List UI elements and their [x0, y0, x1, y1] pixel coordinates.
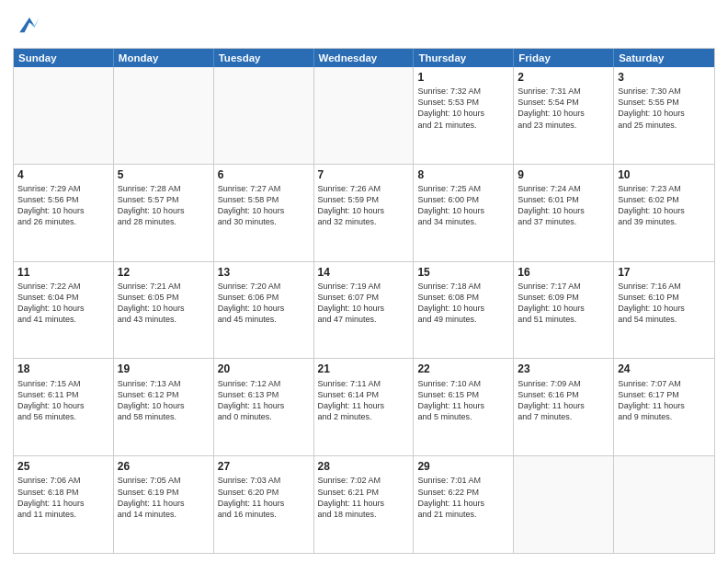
day-cell-empty-4-6 [614, 456, 714, 553]
day-cell-25: 25Sunrise: 7:06 AM Sunset: 6:18 PM Dayli… [14, 456, 114, 553]
day-number: 8 [417, 167, 509, 182]
day-number: 19 [118, 362, 210, 376]
day-cell-empty-0-2 [214, 67, 314, 164]
calendar-header: SundayMondayTuesdayWednesdayThursdayFrid… [14, 49, 714, 67]
day-cell-12: 12Sunrise: 7:21 AM Sunset: 6:05 PM Dayli… [114, 262, 214, 359]
day-number: 11 [17, 265, 109, 280]
day-number: 5 [118, 167, 210, 182]
day-cell-28: 28Sunrise: 7:02 AM Sunset: 6:21 PM Dayli… [314, 456, 415, 553]
day-info: Sunrise: 7:01 AM Sunset: 6:22 PM Dayligh… [417, 475, 509, 520]
day-number: 24 [618, 362, 711, 376]
day-number: 16 [518, 265, 609, 280]
day-cell-empty-0-0 [14, 67, 114, 164]
calendar-row-1: 4Sunrise: 7:29 AM Sunset: 5:56 PM Daylig… [14, 165, 714, 262]
day-info: Sunrise: 7:32 AM Sunset: 5:53 PM Dayligh… [417, 86, 509, 131]
day-number: 28 [318, 459, 410, 474]
day-number: 4 [17, 167, 109, 182]
day-cell-16: 16Sunrise: 7:17 AM Sunset: 6:09 PM Dayli… [514, 262, 614, 359]
day-cell-empty-4-5 [514, 456, 614, 553]
header-cell-wednesday: Wednesday [314, 49, 415, 67]
day-number: 10 [618, 167, 711, 182]
day-cell-15: 15Sunrise: 7:18 AM Sunset: 6:08 PM Dayli… [414, 262, 514, 359]
header-cell-saturday: Saturday [614, 49, 714, 67]
day-number: 18 [17, 362, 109, 376]
day-number: 3 [618, 70, 711, 85]
day-info: Sunrise: 7:15 AM Sunset: 6:11 PM Dayligh… [17, 378, 109, 423]
day-info: Sunrise: 7:26 AM Sunset: 5:59 PM Dayligh… [318, 183, 410, 228]
day-number: 25 [17, 459, 109, 474]
header-cell-friday: Friday [514, 49, 614, 67]
day-number: 17 [618, 265, 711, 280]
day-cell-17: 17Sunrise: 7:16 AM Sunset: 6:10 PM Dayli… [614, 262, 714, 359]
day-info: Sunrise: 7:25 AM Sunset: 6:00 PM Dayligh… [417, 183, 509, 228]
day-cell-29: 29Sunrise: 7:01 AM Sunset: 6:22 PM Dayli… [414, 456, 514, 553]
day-info: Sunrise: 7:11 AM Sunset: 6:14 PM Dayligh… [318, 378, 410, 423]
day-info: Sunrise: 7:02 AM Sunset: 6:21 PM Dayligh… [318, 475, 410, 520]
day-number: 20 [218, 362, 310, 376]
day-number: 15 [417, 265, 509, 280]
day-number: 1 [417, 70, 509, 85]
day-info: Sunrise: 7:23 AM Sunset: 6:02 PM Dayligh… [618, 183, 711, 228]
day-cell-5: 5Sunrise: 7:28 AM Sunset: 5:57 PM Daylig… [114, 165, 214, 261]
day-number: 29 [417, 459, 509, 474]
day-info: Sunrise: 7:22 AM Sunset: 6:04 PM Dayligh… [17, 281, 109, 326]
day-number: 26 [118, 459, 210, 474]
day-number: 2 [518, 70, 609, 85]
header [13, 9, 715, 42]
day-cell-11: 11Sunrise: 7:22 AM Sunset: 6:04 PM Dayli… [14, 262, 114, 359]
calendar-body: 1Sunrise: 7:32 AM Sunset: 5:53 PM Daylig… [14, 67, 714, 553]
day-cell-24: 24Sunrise: 7:07 AM Sunset: 6:17 PM Dayli… [614, 359, 714, 455]
calendar-row-4: 25Sunrise: 7:06 AM Sunset: 6:18 PM Dayli… [14, 456, 714, 553]
header-cell-thursday: Thursday [414, 49, 514, 67]
day-info: Sunrise: 7:07 AM Sunset: 6:17 PM Dayligh… [618, 378, 711, 423]
day-cell-27: 27Sunrise: 7:03 AM Sunset: 6:20 PM Dayli… [214, 456, 314, 553]
day-info: Sunrise: 7:19 AM Sunset: 6:07 PM Dayligh… [318, 281, 410, 326]
day-info: Sunrise: 7:31 AM Sunset: 5:54 PM Dayligh… [518, 86, 609, 131]
day-info: Sunrise: 7:29 AM Sunset: 5:56 PM Dayligh… [17, 183, 109, 228]
day-number: 22 [417, 362, 509, 376]
header-cell-tuesday: Tuesday [214, 49, 314, 67]
day-info: Sunrise: 7:10 AM Sunset: 6:15 PM Dayligh… [417, 378, 509, 423]
day-info: Sunrise: 7:06 AM Sunset: 6:18 PM Dayligh… [17, 475, 109, 520]
day-number: 12 [118, 265, 210, 280]
page: SundayMondayTuesdayWednesdayThursdayFrid… [0, 0, 728, 563]
day-cell-6: 6Sunrise: 7:27 AM Sunset: 5:58 PM Daylig… [214, 165, 314, 261]
calendar: SundayMondayTuesdayWednesdayThursdayFrid… [13, 48, 715, 554]
day-number: 9 [518, 167, 609, 182]
header-cell-monday: Monday [114, 49, 214, 67]
day-number: 27 [218, 459, 310, 474]
day-cell-19: 19Sunrise: 7:13 AM Sunset: 6:12 PM Dayli… [114, 359, 214, 455]
day-number: 6 [218, 167, 310, 182]
day-cell-3: 3Sunrise: 7:30 AM Sunset: 5:55 PM Daylig… [614, 67, 714, 164]
day-cell-7: 7Sunrise: 7:26 AM Sunset: 5:59 PM Daylig… [314, 165, 415, 261]
day-cell-26: 26Sunrise: 7:05 AM Sunset: 6:19 PM Dayli… [114, 456, 214, 553]
day-info: Sunrise: 7:27 AM Sunset: 5:58 PM Dayligh… [218, 183, 310, 228]
day-cell-empty-0-3 [314, 67, 415, 164]
day-info: Sunrise: 7:09 AM Sunset: 6:16 PM Dayligh… [518, 378, 609, 423]
day-info: Sunrise: 7:30 AM Sunset: 5:55 PM Dayligh… [618, 86, 711, 131]
day-cell-empty-0-1 [114, 67, 214, 164]
calendar-row-3: 18Sunrise: 7:15 AM Sunset: 6:11 PM Dayli… [14, 359, 714, 456]
day-info: Sunrise: 7:03 AM Sunset: 6:20 PM Dayligh… [218, 475, 310, 520]
day-number: 7 [318, 167, 410, 182]
logo-icon [13, 9, 46, 42]
day-cell-22: 22Sunrise: 7:10 AM Sunset: 6:15 PM Dayli… [414, 359, 514, 455]
day-number: 23 [518, 362, 609, 376]
day-cell-9: 9Sunrise: 7:24 AM Sunset: 6:01 PM Daylig… [514, 165, 614, 261]
day-cell-10: 10Sunrise: 7:23 AM Sunset: 6:02 PM Dayli… [614, 165, 714, 261]
day-cell-21: 21Sunrise: 7:11 AM Sunset: 6:14 PM Dayli… [314, 359, 415, 455]
day-number: 21 [318, 362, 410, 376]
day-cell-13: 13Sunrise: 7:20 AM Sunset: 6:06 PM Dayli… [214, 262, 314, 359]
day-info: Sunrise: 7:12 AM Sunset: 6:13 PM Dayligh… [218, 378, 310, 423]
day-cell-2: 2Sunrise: 7:31 AM Sunset: 5:54 PM Daylig… [514, 67, 614, 164]
day-cell-4: 4Sunrise: 7:29 AM Sunset: 5:56 PM Daylig… [14, 165, 114, 261]
day-cell-8: 8Sunrise: 7:25 AM Sunset: 6:00 PM Daylig… [414, 165, 514, 261]
day-info: Sunrise: 7:24 AM Sunset: 6:01 PM Dayligh… [518, 183, 609, 228]
header-cell-sunday: Sunday [14, 49, 114, 67]
day-info: Sunrise: 7:20 AM Sunset: 6:06 PM Dayligh… [218, 281, 310, 326]
day-cell-14: 14Sunrise: 7:19 AM Sunset: 6:07 PM Dayli… [314, 262, 415, 359]
calendar-row-2: 11Sunrise: 7:22 AM Sunset: 6:04 PM Dayli… [14, 262, 714, 360]
day-cell-1: 1Sunrise: 7:32 AM Sunset: 5:53 PM Daylig… [414, 67, 514, 164]
day-info: Sunrise: 7:05 AM Sunset: 6:19 PM Dayligh… [118, 475, 210, 520]
day-cell-18: 18Sunrise: 7:15 AM Sunset: 6:11 PM Dayli… [14, 359, 114, 455]
